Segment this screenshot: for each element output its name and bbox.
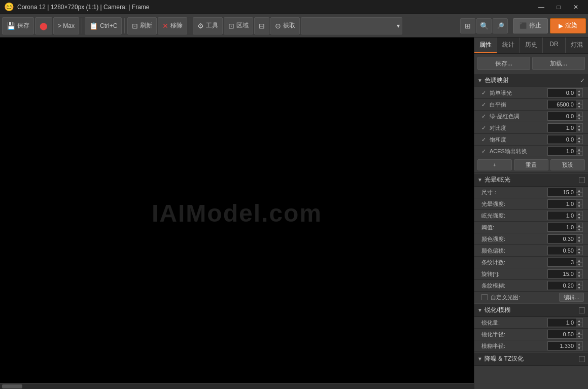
color-int-spin-up[interactable]: ▲ — [576, 234, 583, 239]
panel-load-button[interactable]: 加载... — [532, 57, 585, 70]
blur-radius-spin-up[interactable]: ▲ — [576, 341, 583, 346]
zoom-fit-button[interactable]: ⊞ — [460, 18, 475, 33]
sharpen-blur-checkbox[interactable] — [579, 307, 585, 313]
color-shift-spin-up[interactable]: ▲ — [576, 246, 583, 251]
threshold-spin-down[interactable]: ▼ — [576, 227, 583, 232]
sharpen-radius-input[interactable] — [547, 330, 576, 339]
bloom-glare-header[interactable]: ▼ 光晕/眩光 — [474, 173, 588, 187]
close-button[interactable]: ✕ — [568, 2, 584, 13]
streak-blur-input[interactable] — [547, 281, 576, 290]
sharpen-amount-input[interactable] — [547, 318, 576, 327]
stop-button[interactable]: ⬛ 停止 — [513, 18, 548, 33]
tab-history[interactable]: 历史 — [520, 38, 543, 53]
custom-map-checkbox[interactable] — [481, 294, 488, 300]
maximize-button[interactable]: □ — [550, 2, 567, 13]
wb-spin-down[interactable]: ▼ — [576, 104, 583, 109]
viewport[interactable]: IAIModel.com — [0, 38, 474, 389]
preset-button[interactable]: 预设 — [550, 159, 585, 170]
sharpen-radius-spin-down[interactable]: ▼ — [576, 334, 583, 339]
tab-lightmix[interactable]: 灯混 — [566, 38, 588, 53]
color-shift-spin-down[interactable]: ▼ — [576, 251, 583, 255]
size-spin-up[interactable]: ▲ — [576, 188, 583, 192]
take-button[interactable]: ⊙ 获取 — [270, 17, 300, 34]
aces-spin-down[interactable]: ▼ — [576, 151, 583, 156]
glare-int-spin-up[interactable]: ▲ — [576, 211, 583, 216]
streak-blur-spin-down[interactable]: ▼ — [576, 286, 583, 290]
sharpen-blur-header[interactable]: ▼ 锐化/模糊 — [474, 303, 588, 317]
zoom-controls: ⊞ 🔍 🔎 — [460, 18, 508, 33]
region3-button[interactable]: ⊟ — [254, 17, 269, 34]
sharpen-amount-spin-down[interactable]: ▼ — [576, 323, 583, 327]
aces-spin-up[interactable]: ▲ — [576, 147, 583, 151]
custom-map-edit-button[interactable]: 编辑... — [559, 293, 584, 302]
blur-radius-input[interactable] — [547, 341, 576, 350]
tab-stats[interactable]: 统计 — [497, 38, 520, 53]
rotation-spin-up[interactable]: ▲ — [576, 269, 583, 274]
tint-spin-down[interactable]: ▼ — [576, 116, 583, 121]
max-button[interactable]: > Max — [53, 17, 79, 34]
scroll-thumb[interactable] — [2, 384, 22, 388]
wb-input[interactable] — [547, 100, 576, 109]
rotation-spin-down[interactable]: ▼ — [576, 274, 583, 278]
size-input[interactable] — [547, 188, 576, 197]
bloom-int-input[interactable] — [547, 199, 576, 208]
bloom-int-spin-up[interactable]: ▲ — [576, 199, 583, 204]
region-btn[interactable]: ⊡ 刷新 — [127, 17, 157, 34]
tools-button[interactable]: ⚙ 工具 — [193, 17, 223, 34]
streak-blur-spin-up[interactable]: ▲ — [576, 281, 583, 286]
bloom-int-spin-down[interactable]: ▼ — [576, 204, 583, 208]
color-int-spin-down[interactable]: ▼ — [576, 239, 583, 243]
panel-save-button[interactable]: 保存... — [477, 57, 530, 70]
panel-content[interactable]: ▼ 色调映射 ✓ ✓ 简单曝光 ▲ ▼ — [474, 74, 588, 389]
color-shift-input[interactable] — [547, 246, 576, 255]
bloom-glare-checkbox[interactable] — [579, 177, 585, 183]
saturation-spin-up[interactable]: ▲ — [576, 135, 583, 139]
contrast-input[interactable] — [547, 123, 576, 132]
record-button[interactable]: ⬤ — [35, 17, 52, 34]
reset-button[interactable]: 重置 — [514, 159, 548, 170]
sharpen-amount-spin-up[interactable]: ▲ — [576, 318, 583, 323]
contrast-spin-up[interactable]: ▲ — [576, 123, 583, 128]
tint-input[interactable] — [547, 112, 576, 121]
denoise-checkbox[interactable] — [579, 356, 585, 362]
streak-count-spin-down[interactable]: ▼ — [576, 262, 583, 267]
zoom-in-button[interactable]: 🔍 — [476, 18, 492, 33]
denoise-header[interactable]: ▼ 降噪 & TZ汉化 — [474, 352, 588, 366]
minimize-button[interactable]: — — [533, 2, 549, 13]
remove-button[interactable]: ✕ 移除 — [158, 17, 187, 34]
zoom-in-icon: 🔍 — [480, 22, 489, 30]
saturation-input[interactable] — [547, 135, 576, 144]
rotation-input[interactable] — [547, 269, 576, 278]
take-dropdown[interactable]: ▾ — [301, 17, 402, 34]
threshold-spin-up[interactable]: ▲ — [576, 223, 583, 227]
exposure-input[interactable] — [547, 88, 576, 97]
size-spin-down[interactable]: ▼ — [576, 192, 583, 197]
blur-radius-spin-down[interactable]: ▼ — [576, 346, 583, 350]
render-button[interactable]: ▶ 渲染 — [550, 18, 586, 33]
glare-int-input[interactable] — [547, 211, 576, 220]
tone-mapping-header[interactable]: ▼ 色调映射 ✓ — [474, 74, 588, 87]
tab-dr[interactable]: DR — [543, 38, 566, 53]
tint-spin-up[interactable]: ▲ — [576, 112, 583, 116]
saturation-spin-down[interactable]: ▼ — [576, 139, 583, 144]
exposure-spin-down[interactable]: ▼ — [576, 93, 583, 97]
contrast-spin-down[interactable]: ▼ — [576, 128, 583, 132]
viewport-scrollbar[interactable] — [0, 383, 474, 389]
color-int-input[interactable] — [547, 234, 576, 243]
add-button[interactable]: + — [477, 159, 512, 170]
tab-properties[interactable]: 属性 — [474, 38, 497, 53]
streak-count-input[interactable] — [547, 258, 576, 267]
zoom-out-button[interactable]: 🔎 — [493, 18, 508, 33]
threshold-input[interactable] — [547, 223, 576, 232]
sharpen-radius-spin-up[interactable]: ▲ — [576, 330, 583, 334]
window-controls: — □ ✕ — [533, 2, 584, 13]
region2-button[interactable]: ⊡ 区域 — [224, 17, 253, 34]
exposure-spin-up[interactable]: ▲ — [576, 88, 583, 93]
glare-int-spin-down[interactable]: ▼ — [576, 216, 583, 220]
prop-exposure: ✓ 简单曝光 ▲ ▼ — [474, 87, 588, 99]
streak-count-spin-up[interactable]: ▲ — [576, 258, 583, 262]
copy-button[interactable]: 📋 Ctrl+C — [85, 17, 122, 34]
save-button[interactable]: 💾 保存 — [2, 17, 34, 34]
aces-input[interactable] — [547, 147, 576, 156]
wb-spin-up[interactable]: ▲ — [576, 100, 583, 104]
